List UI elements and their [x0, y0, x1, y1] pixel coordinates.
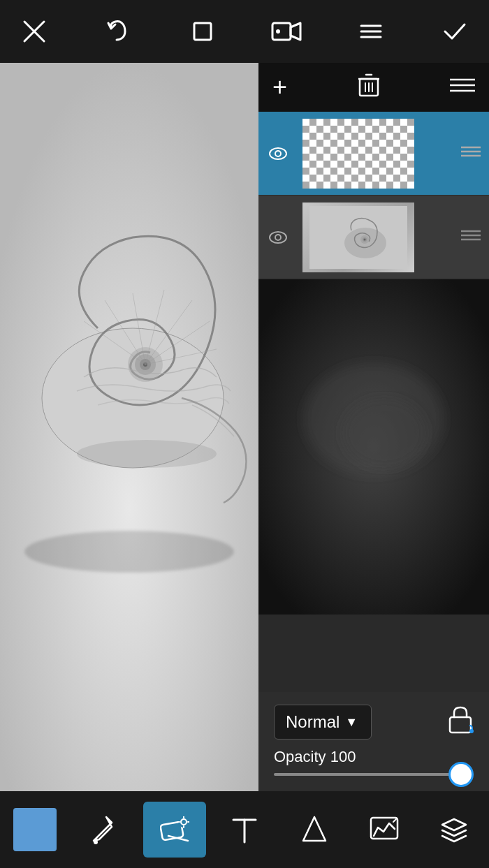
layer-thumb-2 — [302, 203, 414, 272]
blend-mode-dropdown[interactable]: Normal ▼ — [274, 705, 372, 740]
layers-nav-icon — [439, 816, 469, 843]
eraser-icon — [160, 816, 189, 843]
svg-rect-44 — [450, 717, 471, 733]
svg-point-45 — [469, 729, 474, 733]
top-toolbar — [0, 0, 489, 63]
layer-thumb-1 — [302, 119, 414, 189]
close-button[interactable] — [17, 14, 52, 49]
bottom-nav — [0, 791, 489, 868]
blend-mode-label: Normal — [286, 712, 340, 732]
svg-marker-57 — [303, 817, 326, 841]
layer-visibility-1[interactable] — [258, 147, 297, 161]
brush-icon — [92, 814, 117, 845]
canvas-area — [0, 63, 258, 791]
blend-mode-row: Normal ▼ — [274, 705, 474, 740]
nav-adjustment[interactable] — [353, 802, 416, 858]
menu-button[interactable] — [353, 14, 388, 49]
delete-layer-button[interactable] — [358, 73, 379, 102]
dropdown-arrow-icon: ▼ — [345, 715, 360, 730]
opacity-slider-row — [274, 773, 474, 776]
svg-point-5 — [276, 29, 280, 34]
svg-point-37 — [364, 238, 366, 240]
nav-shape[interactable] — [283, 802, 346, 858]
video-button[interactable] — [269, 14, 304, 49]
nav-layers[interactable] — [423, 802, 486, 858]
svg-point-27 — [275, 151, 281, 156]
svg-point-43 — [342, 398, 426, 468]
svg-point-10 — [24, 531, 234, 573]
confirm-button[interactable] — [437, 14, 472, 49]
layer-item-2[interactable] — [258, 196, 489, 279]
layers-menu-button[interactable] — [450, 76, 475, 98]
svg-point-31 — [270, 232, 286, 243]
type-icon — [232, 814, 257, 845]
svg-point-46 — [94, 840, 98, 844]
nav-type[interactable] — [213, 802, 276, 858]
nav-brush[interactable] — [73, 802, 136, 858]
lock-button[interactable] — [447, 705, 474, 740]
layer-toolbar: + — [258, 63, 489, 112]
opacity-track[interactable] — [274, 773, 474, 776]
svg-point-16 — [77, 440, 217, 468]
svg-point-32 — [275, 235, 281, 240]
add-layer-button[interactable]: + — [272, 73, 287, 102]
svg-marker-60 — [442, 819, 466, 830]
canvas-image — [0, 63, 258, 791]
shape-icon — [300, 814, 328, 845]
nav-eraser[interactable] — [143, 802, 206, 858]
adjustment-icon — [370, 816, 399, 843]
svg-point-26 — [270, 148, 286, 159]
svg-rect-3 — [272, 23, 291, 40]
svg-line-59 — [393, 819, 396, 822]
layer-visibility-2[interactable] — [258, 230, 297, 244]
crop-button[interactable] — [185, 14, 220, 49]
svg-marker-4 — [291, 23, 300, 40]
opacity-label: Opacity 100 — [274, 748, 474, 766]
svg-rect-2 — [194, 23, 211, 40]
opacity-thumb[interactable] — [448, 762, 474, 787]
layer-preview-area — [258, 279, 489, 615]
nav-color[interactable] — [3, 802, 66, 858]
layer-item-1[interactable] — [258, 112, 489, 196]
color-swatch[interactable] — [13, 808, 57, 851]
layer-handle-2[interactable] — [461, 228, 481, 247]
blend-opacity-panel: Normal ▼ Opacity 100 — [258, 692, 489, 791]
right-panel: + — [258, 63, 489, 791]
undo-button[interactable] — [101, 14, 136, 49]
layer-handle-1[interactable] — [461, 145, 481, 163]
